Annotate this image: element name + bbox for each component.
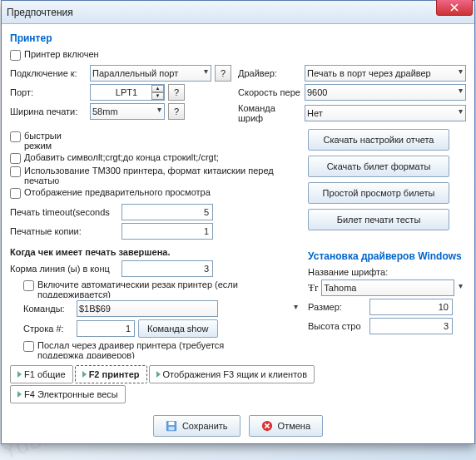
- feed-lines-input[interactable]: [121, 260, 213, 277]
- add-symbol-checkbox[interactable]: [10, 153, 21, 164]
- font-cmd-label: Команда шриф: [238, 103, 301, 123]
- close-button[interactable]: [436, 0, 473, 16]
- download-report-settings-button[interactable]: Скачать настройки отчета: [308, 129, 449, 151]
- fast-mode-label: быстрыи режим: [24, 131, 91, 151]
- line-no-label: Строка #:: [23, 324, 73, 334]
- add-symbol-label: Добавить символlt;crgt;до конца строкиlt…: [24, 152, 219, 162]
- printer-enabled-label: Принтер включен: [24, 49, 99, 59]
- commands-label: Команды:: [23, 304, 73, 314]
- tab-general[interactable]: F1 общие: [10, 365, 73, 383]
- copies-input[interactable]: [121, 223, 213, 240]
- preview-label: Отображение предварительного просмотра: [24, 187, 211, 197]
- port-label: Порт:: [10, 87, 87, 97]
- window-title: Предпочтения: [7, 7, 73, 18]
- printer-enabled-checkbox[interactable]: [10, 50, 21, 61]
- port-help-button[interactable]: ?: [168, 84, 185, 101]
- tab-bar: F1 общие F2 принтер Отображения F3 ящик …: [10, 365, 466, 383]
- port-spinner[interactable]: ▲▼: [151, 85, 164, 100]
- font-size-input[interactable]: [369, 299, 453, 315]
- connection-label: Подключение к:: [10, 68, 87, 78]
- width-help-button[interactable]: ?: [168, 103, 185, 120]
- svg-rect-2: [168, 427, 174, 430]
- tab-scales[interactable]: F4 Электронные весы: [10, 385, 126, 403]
- tm300-checkbox[interactable]: [10, 166, 21, 177]
- preview-checkbox[interactable]: [10, 188, 21, 199]
- cancel-icon: [261, 420, 273, 432]
- font-name-select[interactable]: Tahoma: [321, 279, 454, 296]
- commands-select[interactable]: $1B$69: [77, 300, 218, 317]
- connection-help-button[interactable]: ?: [215, 65, 231, 82]
- timeout-input[interactable]: [121, 204, 213, 220]
- fast-mode-checkbox[interactable]: [10, 131, 21, 142]
- tab-arrow-icon: [156, 371, 161, 378]
- titlebar: Предпочтения: [2, 1, 474, 24]
- preferences-window: Предпочтения Принтер Принтер включен Под…: [1, 0, 475, 444]
- tab-arrow-icon: [17, 371, 22, 378]
- width-select[interactable]: 58mm: [90, 103, 165, 120]
- dialog-footer: Сохранить Отмена: [2, 407, 474, 443]
- download-ticket-formats-button[interactable]: Скачать билет форматы: [308, 156, 449, 177]
- driver-select[interactable]: Печать в порт через драйвер: [305, 65, 466, 82]
- windows-drivers-heading: Установка драйверов Windows: [308, 250, 466, 262]
- tab-drawer-clients[interactable]: Отображения F3 ящик и клиентов: [149, 365, 315, 383]
- tab-arrow-icon: [82, 371, 87, 378]
- simple-view-tickets-button[interactable]: Простой просмотр билеты: [308, 182, 449, 204]
- tab-arrow-icon: [17, 391, 22, 398]
- cancel-button[interactable]: Отмена: [249, 415, 323, 437]
- autocut-checkbox[interactable]: [23, 280, 34, 291]
- via-driver-label: Послал через драивер принтера (требуется…: [37, 340, 254, 359]
- save-button[interactable]: Сохранить: [153, 415, 240, 437]
- row-height-input[interactable]: [369, 318, 453, 334]
- font-cmd-select[interactable]: Нет: [305, 105, 466, 121]
- font-name-label: Название шрифта:: [308, 267, 466, 277]
- save-icon: [166, 420, 177, 432]
- command-show-button[interactable]: Команда show: [138, 319, 218, 338]
- width-label: Ширина печати:: [10, 106, 87, 116]
- copies-label: Печатные копии:: [10, 226, 118, 236]
- autocut-label: Включите автоматическии резак принтер (е…: [37, 279, 254, 298]
- ticket-print-tests-button[interactable]: Билет печати тесты: [308, 209, 449, 230]
- printer-heading: Принтер: [10, 32, 466, 44]
- font-size-label: Размер:: [308, 302, 366, 312]
- line-no-input[interactable]: [77, 320, 135, 337]
- driver-label: Драйвер:: [238, 68, 301, 78]
- font-icon: Ŧr: [308, 281, 318, 294]
- svg-rect-1: [168, 422, 174, 425]
- tab-printer[interactable]: F2 принтер: [75, 365, 147, 383]
- post-print-heading: Когда чек имеет печать завершена.: [10, 247, 301, 257]
- via-driver-checkbox[interactable]: [23, 341, 34, 352]
- speed-select[interactable]: 9600: [305, 84, 466, 101]
- timeout-label: Печать timeout(seconds: [10, 207, 118, 217]
- connection-select[interactable]: Параллельный порт: [90, 65, 211, 82]
- feed-lines-label: Корма линия (ы) в конц: [10, 264, 118, 274]
- row-height-label: Высота стро: [308, 321, 366, 331]
- speed-label: Скорость пере: [238, 87, 301, 97]
- tm300-label: Использование TM300 принтера, формат кит…: [24, 166, 274, 185]
